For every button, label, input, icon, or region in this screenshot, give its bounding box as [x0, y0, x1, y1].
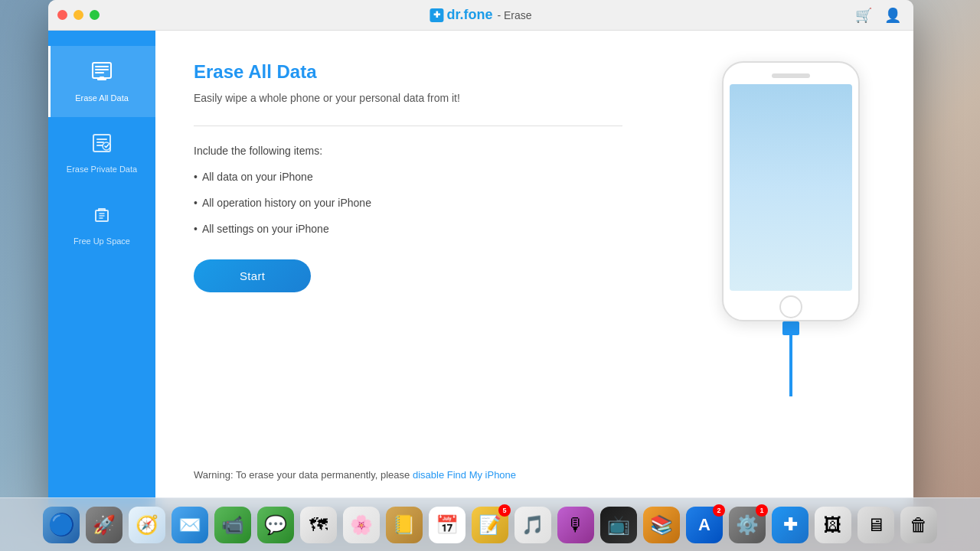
page-title: Erase All Data: [194, 61, 622, 83]
sidebar-item-erase-all-data[interactable]: Erase All Data: [48, 46, 155, 117]
settings-badge: 1: [756, 504, 768, 517]
phone-home-button: [779, 295, 802, 318]
warning-prefix: Warning: To erase your data permanently,…: [194, 469, 413, 481]
dock-safari[interactable]: 🧭: [129, 507, 165, 543]
dock-appletv[interactable]: 📺: [600, 507, 637, 543]
list-item: • All operation history on your iPhone: [194, 197, 622, 209]
dock-preview[interactable]: 🖼: [815, 507, 851, 543]
list-item-2-text: All settings on your iPhone: [202, 223, 329, 235]
dock-books[interactable]: 📚: [643, 507, 680, 543]
dock-music[interactable]: 🎵: [514, 507, 551, 543]
app-window: ✚ dr.fone - Erase 🛒 👤: [48, 0, 913, 511]
close-button[interactable]: [57, 10, 67, 20]
svg-rect-3: [95, 72, 104, 73]
title-actions: 🛒 👤: [855, 7, 901, 24]
list-item: • All settings on your iPhone: [194, 223, 622, 235]
erase-all-data-icon: [90, 60, 114, 88]
list-item: • All data on your iPhone: [194, 171, 622, 183]
dock-contacts[interactable]: 📒: [386, 507, 423, 543]
svg-rect-5: [100, 77, 104, 79]
maximize-button[interactable]: [90, 10, 100, 20]
phone-speaker: [772, 73, 810, 78]
sidebar-item-free-up-space-label: Free Up Space: [74, 236, 130, 246]
start-button[interactable]: Start: [194, 259, 311, 292]
dock-drfone[interactable]: ✚: [772, 507, 808, 543]
page-subtitle: Easily wipe a whole phone or your person…: [194, 92, 622, 104]
dock-finder[interactable]: 🔵: [43, 507, 80, 543]
minimize-button[interactable]: [74, 10, 83, 20]
dock-appstore[interactable]: A 2: [686, 507, 723, 543]
sidebar: Erase All Data Erase Private Data: [48, 31, 155, 511]
erase-private-data-icon: [90, 131, 114, 159]
usb-connector: [782, 321, 799, 335]
dock-maps[interactable]: 🗺: [300, 507, 337, 543]
title-bar: ✚ dr.fone - Erase 🛒 👤: [48, 0, 913, 31]
include-heading: Include the following items:: [194, 145, 622, 157]
phone-illustration: [714, 46, 867, 511]
dock-podcasts[interactable]: 🎙: [557, 507, 594, 543]
phone-screen: [730, 84, 852, 291]
window-controls: [57, 10, 100, 20]
app-body: Erase All Data Erase Private Data: [48, 31, 913, 511]
app-logo: ✚ dr.fone: [430, 7, 492, 23]
cart-icon[interactable]: 🛒: [855, 7, 872, 24]
svg-rect-2: [95, 69, 109, 70]
sidebar-item-erase-private-data-label: Erase Private Data: [67, 164, 137, 174]
sidebar-item-free-up-space[interactable]: Free Up Space: [48, 189, 155, 260]
title-suffix: - Erase: [497, 9, 531, 21]
main-content: Erase All Data Easily wipe a whole phone…: [155, 31, 913, 511]
free-up-space-icon: [90, 203, 114, 231]
dock: 🔵 🚀 🧭 ✉️ 📹 💬 🗺 🌸 📒 📅 📝 5 🎵 🎙 📺 📚: [0, 497, 980, 551]
warning-text: Warning: To erase your data permanently,…: [194, 469, 516, 481]
content-section: Erase All Data Easily wipe a whole phone…: [194, 61, 622, 292]
dock-launchpad[interactable]: 🚀: [86, 507, 122, 543]
dock-photos[interactable]: 🌸: [343, 507, 380, 543]
items-list: • All data on your iPhone • All operatio…: [194, 171, 622, 235]
dock-notes[interactable]: 📝 5: [472, 507, 508, 543]
title-center: ✚ dr.fone - Erase: [430, 7, 531, 23]
notes-badge: 5: [498, 504, 511, 517]
user-icon[interactable]: 👤: [884, 7, 901, 24]
dock-settings[interactable]: ⚙️ 1: [729, 507, 766, 543]
dock-trash[interactable]: 🗑: [900, 507, 937, 543]
usb-cable: [782, 321, 799, 396]
list-item-1-text: All operation history on your iPhone: [202, 197, 371, 209]
logo-plus-icon: ✚: [430, 8, 443, 22]
dock-messages[interactable]: 💬: [257, 507, 294, 543]
appstore-badge: 2: [713, 504, 725, 517]
sidebar-item-erase-all-data-label: Erase All Data: [75, 93, 129, 103]
sidebar-item-erase-private-data[interactable]: Erase Private Data: [48, 117, 155, 188]
phone-body: [722, 61, 860, 321]
list-item-0-text: All data on your iPhone: [202, 171, 313, 183]
dock-mail[interactable]: ✉️: [172, 507, 208, 543]
disable-find-my-iphone-link[interactable]: disable Find My iPhone: [413, 469, 516, 481]
divider: [194, 126, 622, 126]
logo-text: dr.fone: [446, 7, 492, 23]
dock-facetime[interactable]: 📹: [214, 507, 251, 543]
dock-imagecapture[interactable]: 🖥: [858, 507, 894, 543]
usb-wire: [789, 335, 792, 396]
svg-rect-1: [95, 66, 109, 67]
dock-calendar[interactable]: 📅: [429, 507, 466, 543]
